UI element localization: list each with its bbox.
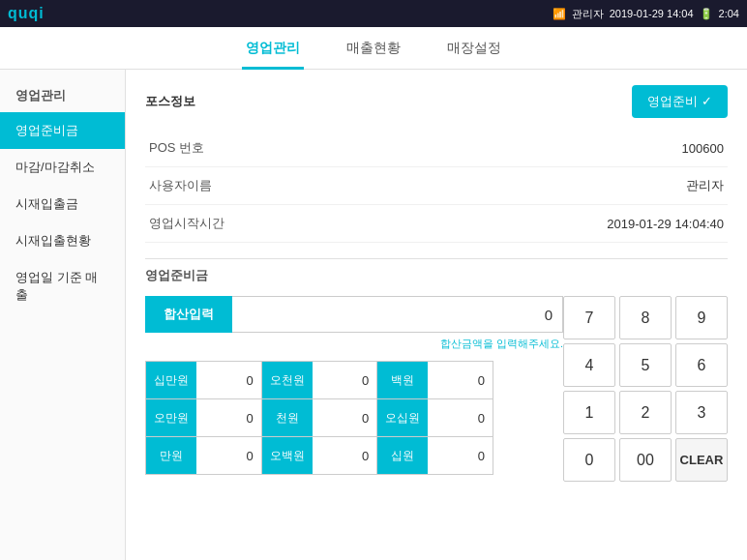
content-left: 합산입력 합산금액을 입력해주세요. 십만원 0 오천원 0	[145, 296, 563, 486]
currency-name: 오십원	[377, 399, 428, 436]
numpad-btn-9[interactable]: 9	[675, 296, 728, 339]
status-right: 📶 관리자 2019-01-29 14:04 🔋 2:04	[553, 7, 739, 21]
currency-cell: 오십원 0	[377, 399, 493, 436]
sidebar: 영업관리 영업준비금 마감/마감취소 시재입출금 시재입출현황 영업일 기준 매…	[0, 70, 126, 560]
currency-cell: 천원 0	[262, 399, 378, 436]
clear-button[interactable]: CLEAR	[675, 438, 728, 482]
currency-grid: 십만원 0 오천원 0 백원 0	[145, 361, 493, 475]
currency-value: 0	[196, 373, 261, 388]
currency-name: 오천원	[262, 362, 313, 398]
start-time-label: 영업시작시간	[145, 205, 281, 243]
hapsan-input[interactable]	[232, 296, 563, 333]
input-row: 합산입력	[145, 296, 563, 333]
content-inner: 합산입력 합산금액을 입력해주세요. 십만원 0 오천원 0	[145, 296, 728, 486]
currency-name: 십원	[377, 437, 428, 474]
currency-name: 십만원	[146, 362, 196, 398]
time-display: 2:04	[719, 8, 739, 19]
currency-name: 오만원	[146, 399, 196, 436]
currency-cell: 오백원 0	[262, 437, 378, 474]
currency-name: 오백원	[262, 437, 313, 474]
numpad-btn-7[interactable]: 7	[563, 296, 615, 339]
sidebar-item-magam[interactable]: 마감/마감취소	[0, 149, 125, 186]
numpad-btn-4[interactable]: 4	[563, 343, 615, 387]
battery-icon: 🔋	[700, 8, 713, 20]
currency-cell: 십원 0	[377, 437, 493, 474]
currency-value: 0	[313, 373, 377, 388]
divider	[145, 258, 728, 259]
currency-name: 만원	[146, 437, 196, 474]
numpad-btn-8[interactable]: 8	[619, 296, 672, 339]
currency-value: 0	[428, 449, 493, 463]
sidebar-item-sijae[interactable]: 시재입출금	[0, 186, 125, 222]
currency-name: 천원	[262, 399, 313, 436]
numpad-btn-5[interactable]: 5	[619, 343, 672, 387]
currency-cell: 백원 0	[377, 362, 493, 398]
pos-number-label: POS 번호	[145, 130, 281, 167]
pos-info-title: 포스정보	[145, 93, 195, 110]
pos-info-header: 포스정보 영업준비 ✓	[145, 85, 728, 118]
currency-value: 0	[428, 373, 493, 388]
currency-row-2: 오만원 0 천원 0 오십원 0	[146, 399, 493, 437]
table-row: 사용자이름 관리자	[145, 167, 728, 205]
currency-value: 0	[313, 449, 377, 463]
content-area: 포스정보 영업준비 ✓ POS 번호 100600 사용자이름 관리자 영업시작…	[126, 70, 747, 560]
datetime-display: 2019-01-29 14:04	[610, 8, 694, 19]
ready-button[interactable]: 영업준비 ✓	[632, 85, 728, 118]
nav-item-yeongup[interactable]: 영업관리	[242, 27, 304, 70]
input-hint: 합산금액을 입력해주세요.	[145, 337, 563, 351]
top-nav: 영업관리 매출현황 매장설정	[0, 27, 747, 70]
wifi-icon: 📶	[553, 8, 566, 20]
table-row: POS 번호 100600	[145, 130, 728, 167]
numpad-btn-0[interactable]: 0	[563, 438, 615, 482]
status-bar: quqi 📶 관리자 2019-01-29 14:04 🔋 2:04	[0, 0, 747, 27]
numpad-btn-6[interactable]: 6	[675, 343, 728, 387]
app-logo: quqi	[8, 5, 45, 22]
numpad-btn-3[interactable]: 3	[675, 391, 728, 434]
currency-name: 백원	[377, 362, 428, 398]
nav-item-maejang[interactable]: 매장설정	[443, 27, 505, 70]
currency-cell: 십만원 0	[146, 362, 262, 398]
jeonbi-title: 영업준비금	[145, 267, 728, 284]
nav-item-maechul[interactable]: 매출현황	[343, 27, 404, 70]
status-left: quqi	[8, 5, 45, 22]
numpad-btn-2[interactable]: 2	[619, 391, 672, 434]
currency-cell: 만원 0	[146, 437, 262, 474]
table-row: 영업시작시간 2019-01-29 14:04:40	[145, 205, 728, 243]
main-container: 영업관리 영업준비금 마감/마감취소 시재입출금 시재입출현황 영업일 기준 매…	[0, 70, 747, 560]
currency-row-1: 십만원 0 오천원 0 백원 0	[146, 362, 493, 399]
numpad-btn-00[interactable]: 00	[619, 438, 672, 482]
username-label: 사용자이름	[145, 167, 281, 205]
numpad: 789456123000CLEAR	[563, 296, 728, 482]
currency-value: 0	[428, 411, 493, 426]
start-time-value: 2019-01-29 14:04:40	[281, 205, 728, 243]
currency-value: 0	[196, 411, 261, 426]
user-info: 관리자	[572, 7, 604, 21]
sidebar-item-jeonbigeum[interactable]: 영업준비금	[0, 112, 125, 149]
username-value: 관리자	[281, 167, 728, 205]
currency-row-3: 만원 0 오백원 0 십원 0	[146, 437, 493, 474]
currency-cell: 오만원 0	[146, 399, 262, 436]
content-right: 789456123000CLEAR	[563, 296, 728, 486]
pos-number-value: 100600	[281, 130, 728, 167]
sidebar-item-yeongupil[interactable]: 영업일 기준 매출	[0, 259, 125, 313]
pos-info-table: POS 번호 100600 사용자이름 관리자 영업시작시간 2019-01-2…	[145, 130, 728, 243]
currency-value: 0	[313, 411, 377, 426]
currency-cell: 오천원 0	[262, 362, 378, 398]
sidebar-item-sijaehyeon[interactable]: 시재입출현황	[0, 222, 125, 259]
hapsan-button[interactable]: 합산입력	[145, 296, 232, 333]
currency-value: 0	[196, 449, 261, 463]
numpad-btn-1[interactable]: 1	[563, 391, 615, 434]
sidebar-title: 영업관리	[0, 79, 125, 112]
